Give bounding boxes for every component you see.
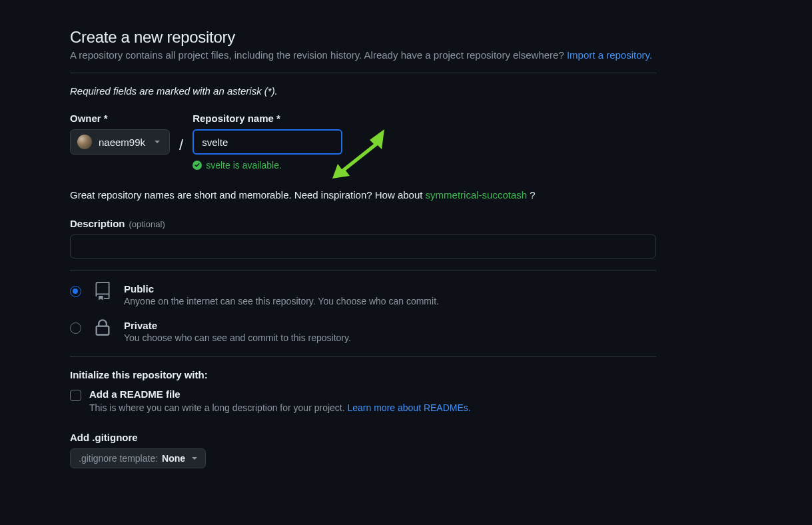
divider xyxy=(70,356,656,357)
caret-down-icon xyxy=(155,141,160,143)
owner-select-button[interactable]: naeem99k xyxy=(70,129,170,155)
add-readme-label: Add a README file xyxy=(89,388,471,400)
availability-status: svelte is available. xyxy=(193,160,342,171)
required-fields-note: Required fields are marked with an aster… xyxy=(70,85,656,97)
import-repo-link[interactable]: Import a repository. xyxy=(567,49,652,61)
owner-username: naeem99k xyxy=(99,137,145,148)
repo-name-input[interactable] xyxy=(193,129,342,155)
visibility-private-desc: You choose who can see and commit to thi… xyxy=(124,332,351,343)
visibility-public-desc: Anyone on the internet can see this repo… xyxy=(124,296,439,306)
divider xyxy=(70,73,656,73)
add-readme-checkbox[interactable] xyxy=(70,390,81,401)
visibility-private-radio[interactable] xyxy=(70,322,81,334)
repo-name-label: Repository name * xyxy=(193,113,342,124)
lock-icon xyxy=(93,318,112,337)
divider xyxy=(70,270,656,271)
inspiration-text: Great repository names are short and mem… xyxy=(70,189,656,201)
gitignore-label: Add .gitignore xyxy=(70,432,656,443)
learn-readmes-link[interactable]: Learn more about READMEs. xyxy=(348,402,471,413)
owner-label: Owner * xyxy=(70,113,170,124)
optional-hint: (optional) xyxy=(129,219,165,229)
page-subtitle: A repository contains all project files,… xyxy=(70,49,656,61)
repo-public-icon xyxy=(93,282,112,300)
visibility-public-radio[interactable] xyxy=(70,286,81,297)
description-label: Description xyxy=(70,218,125,229)
repo-name-suggestion[interactable]: symmetrical-succotash xyxy=(426,189,528,201)
visibility-private-title: Private xyxy=(124,320,351,331)
readme-description: This is where you can write a long descr… xyxy=(89,402,348,413)
avatar xyxy=(77,135,92,149)
description-input[interactable] xyxy=(70,235,656,259)
gitignore-template-button[interactable]: .gitignore template: None xyxy=(70,448,206,468)
visibility-public-title: Public xyxy=(124,283,439,294)
slash-separator: / xyxy=(178,137,185,154)
check-circle-icon xyxy=(193,161,202,170)
caret-down-icon xyxy=(192,457,197,460)
page-title: Create a new repository xyxy=(70,28,656,47)
initialize-heading: Initialize this repository with: xyxy=(70,369,656,380)
